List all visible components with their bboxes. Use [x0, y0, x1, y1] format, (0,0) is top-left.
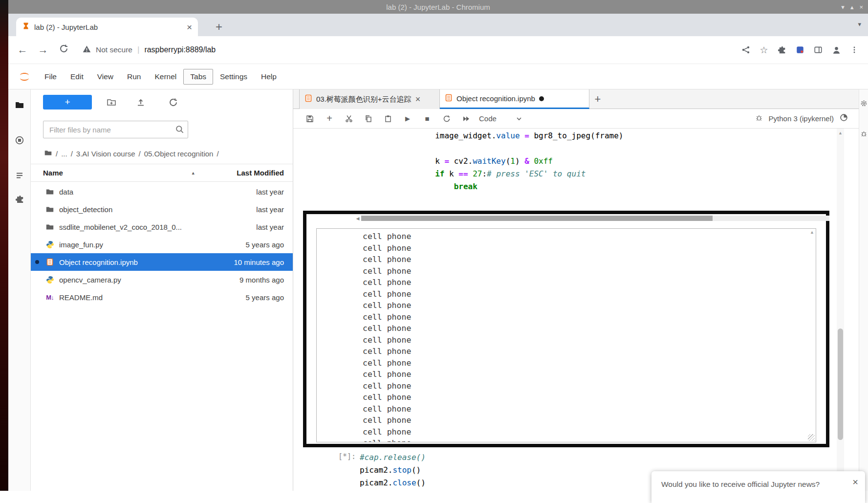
running-sessions-icon[interactable]: [8, 134, 31, 146]
home-folder-icon[interactable]: [44, 149, 52, 158]
file-name: README.md: [59, 293, 103, 302]
window-shade-icon[interactable]: ▾: [841, 3, 845, 11]
breadcrumb-segment[interactable]: ...: [61, 150, 67, 158]
file-list-header[interactable]: Name ▲ Last Modified: [31, 164, 293, 182]
interrupt-kernel-icon[interactable]: ■: [423, 115, 431, 123]
new-launcher-button[interactable]: +: [43, 95, 92, 109]
scrollbar-track[interactable]: [361, 216, 829, 221]
menu-item-settings[interactable]: Settings: [213, 69, 254, 85]
bookmark-star-icon[interactable]: ☆: [759, 45, 769, 55]
jupyter-news-toast: Would you like to receive official Jupyt…: [651, 471, 865, 503]
close-tab-icon[interactable]: ×: [415, 95, 421, 104]
file-row[interactable]: object_detectionlast year: [31, 200, 293, 218]
split-screen-icon[interactable]: [813, 45, 823, 55]
menu-item-help[interactable]: Help: [254, 69, 283, 85]
output-line: cell phone: [363, 254, 411, 265]
file-row[interactable]: image_fun.py5 years ago: [31, 236, 293, 253]
column-name[interactable]: Name: [43, 169, 63, 177]
refresh-icon[interactable]: [168, 97, 178, 108]
notebook-content[interactable]: image_widget.value = bgr8_to_jpeg(frame)…: [293, 129, 859, 491]
reload-icon[interactable]: [57, 44, 70, 56]
menu-item-view[interactable]: View: [90, 69, 120, 85]
menu-item-file[interactable]: File: [38, 69, 64, 85]
add-cell-icon[interactable]: +: [326, 115, 333, 123]
file-modified: 5 years ago: [246, 293, 284, 302]
code-cell-input[interactable]: #cap.release()picam2.stop()picam2.close(…: [360, 451, 426, 489]
window-close-icon[interactable]: ×: [859, 3, 863, 11]
file-row[interactable]: ssdlite_mobilenet_v2_coco_2018_0...last …: [31, 218, 293, 236]
upload-icon[interactable]: [135, 97, 146, 108]
new-document-tab-button[interactable]: +: [589, 89, 606, 109]
document-tab-object-recognition[interactable]: Object recognition.ipynb: [440, 89, 589, 109]
toast-close-icon[interactable]: ×: [852, 477, 858, 487]
debugger-bug-icon[interactable]: [860, 130, 868, 138]
cell-type-dropdown[interactable]: Code: [479, 114, 497, 123]
unsaved-changes-dot[interactable]: [539, 96, 544, 101]
browser-tab[interactable]: lab (2) - JupyterLab ×: [16, 18, 198, 36]
debugger-bug-icon[interactable]: [755, 114, 763, 124]
kernel-status-icon[interactable]: [840, 113, 848, 124]
window-controls: ▾ ▴ ×: [841, 0, 863, 14]
code-cell-input[interactable]: image_widget.value = bgr8_to_jpeg(frame)…: [360, 130, 623, 193]
scroll-up-arrow-icon[interactable]: ▲: [810, 230, 814, 235]
kebab-menu-icon[interactable]: [849, 45, 859, 55]
file-row[interactable]: M↓README.md5 years ago: [31, 288, 293, 306]
file-browser-icon[interactable]: [8, 99, 31, 111]
menu-items: FileEditViewRunKernelTabsSettingsHelp: [38, 69, 283, 85]
column-last-modified[interactable]: Last Modified: [237, 169, 284, 177]
save-icon[interactable]: [306, 115, 314, 123]
run-cell-icon[interactable]: ▶: [404, 115, 412, 123]
tab-search-chevron-icon[interactable]: ▾: [858, 21, 861, 28]
file-row[interactable]: Object recognition.ipynb10 minutes ago: [31, 253, 293, 271]
markdown-icon: M↓: [45, 293, 54, 302]
menu-item-kernel[interactable]: Kernel: [148, 69, 183, 85]
scrollbar-thumb[interactable]: [838, 328, 843, 440]
file-row[interactable]: opencv_camera.py9 months ago: [31, 271, 293, 288]
address-bar[interactable]: Not secure | raspberrypi:8889/lab: [83, 45, 216, 55]
restart-run-all-icon[interactable]: [462, 115, 470, 123]
paste-cell-icon[interactable]: [384, 115, 392, 123]
property-inspector-gear-icon[interactable]: [860, 99, 868, 108]
file-row[interactable]: datalast year: [31, 183, 293, 200]
notebook-panel: 03.树莓派颜色识别+云台追踪 × Object recognition.ipy…: [293, 89, 859, 491]
restart-kernel-icon[interactable]: [443, 115, 451, 123]
cell-type-caret-icon[interactable]: [515, 115, 523, 123]
menu-item-edit[interactable]: Edit: [64, 69, 90, 85]
breadcrumb-segment[interactable]: 3.AI Vision course: [76, 150, 135, 158]
document-tab-color-tracking[interactable]: 03.树莓派颜色识别+云台追踪 ×: [299, 89, 440, 109]
new-folder-icon[interactable]: [106, 97, 117, 108]
profile-avatar-icon[interactable]: [831, 45, 841, 55]
file-name: image_fun.py: [59, 241, 103, 249]
menu-item-tabs[interactable]: Tabs: [183, 69, 213, 85]
menu-item-run[interactable]: Run: [120, 69, 148, 85]
filter-files-input[interactable]: [43, 121, 188, 138]
extension-manager-icon[interactable]: [8, 193, 31, 205]
hourglass-favicon-icon: [22, 22, 30, 32]
extension-colored-icon[interactable]: [795, 45, 805, 55]
scroll-left-arrow-icon[interactable]: ◀: [354, 215, 361, 221]
extensions-puzzle-icon[interactable]: [777, 45, 787, 55]
share-icon[interactable]: [741, 45, 751, 55]
code-line: k = cv2.waitKey(1) & 0xff: [360, 155, 623, 168]
table-of-contents-icon[interactable]: [8, 170, 31, 181]
output-text-area[interactable]: ▲ cell phonecell phonecell phonecell pho…: [316, 228, 816, 442]
output-line: cell phone: [363, 346, 411, 357]
forward-icon[interactable]: →: [37, 44, 49, 56]
file-name: data: [59, 188, 73, 196]
output-horizontal-scrollbar[interactable]: ◀: [354, 215, 829, 221]
window-title: lab (2) - JupyterLab - Chromium: [386, 3, 490, 11]
widget-output-box: ◀ ▲ cell phonecell phonecell phonecell p…: [303, 211, 829, 447]
resize-grip-icon[interactable]: [808, 434, 815, 441]
breadcrumb-segment[interactable]: 05.Object recognition: [144, 150, 214, 158]
back-icon[interactable]: ←: [16, 44, 29, 56]
scroll-up-arrow-icon[interactable]: ▲: [837, 131, 844, 135]
tab-close-icon[interactable]: ×: [187, 22, 192, 32]
window-unshade-icon[interactable]: ▴: [850, 3, 854, 11]
cut-cell-icon[interactable]: [345, 115, 353, 123]
copy-cell-icon[interactable]: [365, 115, 372, 123]
scrollbar-thumb[interactable]: [361, 216, 713, 221]
notebook-vertical-scrollbar[interactable]: ▲: [837, 129, 844, 491]
new-tab-button[interactable]: +: [211, 19, 227, 35]
python-icon: [45, 240, 54, 249]
kernel-name[interactable]: Python 3 (ipykernel): [769, 114, 834, 123]
